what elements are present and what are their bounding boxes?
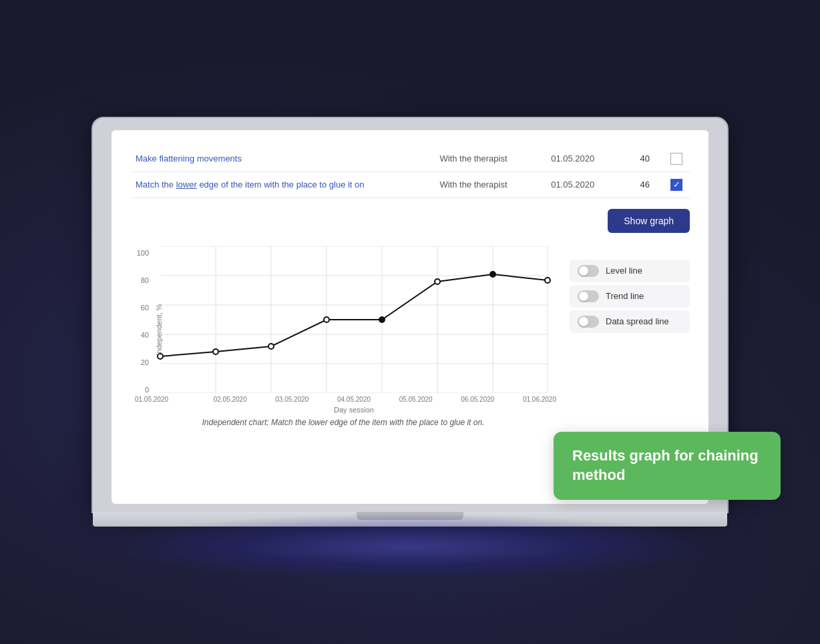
y-tick: 80 <box>141 276 149 284</box>
svg-point-14 <box>213 349 218 354</box>
table-row: Make flattening movements With the thera… <box>130 146 690 172</box>
x-tick: 06.05.2020 <box>461 396 494 403</box>
x-tick: 01.05.2020 <box>135 396 168 403</box>
x-tick: 04.05.2020 <box>337 396 371 403</box>
data-spread-line-label: Data spread line <box>606 316 669 326</box>
x-tick: 03.05.2020 <box>275 396 309 403</box>
date-label: 01.05.2020 <box>546 146 622 172</box>
svg-point-19 <box>490 272 495 277</box>
checkbox-empty[interactable] <box>670 153 682 165</box>
checkbox-cell[interactable]: ✓ <box>663 172 690 198</box>
table-row: Match the lower edge of the item with th… <box>130 172 690 198</box>
data-spread-line-toggle[interactable] <box>578 316 599 328</box>
annotation-text: Results graph for chaining method <box>572 447 759 483</box>
y-axis-label: Independent, % <box>155 304 163 355</box>
laptop: Make flattening movements With the thera… <box>93 118 727 527</box>
data-spread-line-toggle-row: Data spread line <box>570 310 690 333</box>
y-tick: 100 <box>137 249 149 257</box>
svg-point-17 <box>379 317 385 322</box>
checkbox-cell[interactable] <box>663 146 690 172</box>
trend-line-label: Trend line <box>606 291 644 301</box>
therapist-label: With the therapist <box>434 172 546 198</box>
tasks-table: Make flattening movements With the thera… <box>130 146 690 198</box>
y-tick: 20 <box>141 358 149 366</box>
x-tick: 05.05.2020 <box>399 396 433 403</box>
svg-point-16 <box>324 317 329 322</box>
number-value: 46 <box>623 172 663 198</box>
show-graph-button[interactable]: Show graph <box>608 209 690 233</box>
trend-line-toggle[interactable] <box>578 290 599 302</box>
y-tick: 60 <box>141 304 149 312</box>
checkbox-checked[interactable]: ✓ <box>670 179 682 191</box>
laptop-base <box>93 512 727 527</box>
chart-toggles: Level line Trend line Data spread line <box>570 246 690 333</box>
svg-point-20 <box>545 278 550 283</box>
y-tick: 40 <box>141 331 149 339</box>
chart-area: 100 80 60 40 20 0 Independent, % <box>130 246 556 427</box>
y-tick: 0 <box>145 386 149 394</box>
chart-caption: Independent chart: Match the lower edge … <box>130 418 556 427</box>
trend-line-toggle-row: Trend line <box>570 285 690 308</box>
laptop-trackpad <box>357 512 463 520</box>
svg-point-15 <box>268 344 274 349</box>
task-name: Make flattening movements <box>130 146 434 172</box>
chart-container: 100 80 60 40 20 0 Independent, % <box>130 246 690 427</box>
therapist-label: With the therapist <box>434 146 546 172</box>
x-axis-label: Day session <box>152 406 556 414</box>
level-line-toggle-row: Level line <box>570 260 690 282</box>
x-tick: 02.05.2020 <box>214 396 247 403</box>
chart-svg <box>152 246 556 393</box>
level-line-label: Level line <box>606 266 642 276</box>
show-graph-row: Show graph <box>130 209 690 233</box>
svg-point-18 <box>435 279 440 284</box>
task-name: Match the lower edge of the item with th… <box>130 172 434 198</box>
number-value: 40 <box>623 146 663 172</box>
annotation-box: Results graph for chaining method <box>554 432 781 499</box>
level-line-toggle[interactable] <box>578 265 599 277</box>
date-label: 01.05.2020 <box>546 172 622 198</box>
x-tick: 01.06.2020 <box>523 396 556 403</box>
